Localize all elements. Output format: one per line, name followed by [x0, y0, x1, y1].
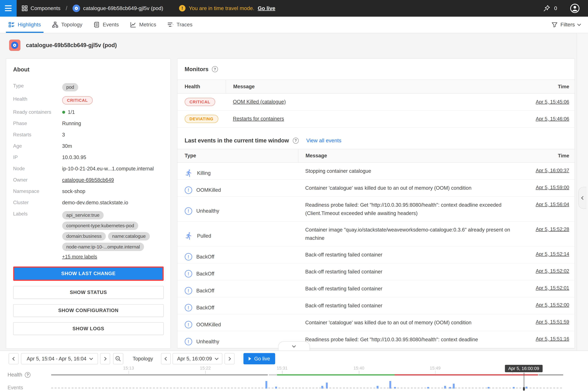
help-icon[interactable]: ? — [25, 372, 30, 378]
event-time-link[interactable]: Apr 5, 15:52:00 — [536, 302, 569, 308]
show-status-button[interactable]: SHOW STATUS — [13, 286, 164, 299]
event-time-link[interactable]: Apr 5, 15:52:14 — [536, 251, 569, 257]
event-row: !OOMKilled Container 'catalogue' was kil… — [178, 180, 574, 197]
event-time-link[interactable]: Apr 5, 15:56:04 — [536, 202, 569, 207]
health-segment — [269, 374, 277, 376]
expand-timeline-button[interactable] — [278, 342, 310, 350]
type-badge: pod — [62, 83, 78, 92]
metrics-icon — [130, 22, 136, 28]
time-marker-line[interactable] — [524, 373, 524, 388]
event-row: !Unhealthy Readiness probe failed: Get "… — [178, 331, 574, 348]
timeline-tick-mark — [435, 371, 436, 374]
help-icon[interactable]: ? — [293, 138, 299, 144]
event-time-link[interactable]: Apr 5, 15:51:59 — [536, 319, 569, 324]
timeline-tick-mark — [359, 371, 359, 374]
monitor-health-badge: CRITICAL — [185, 98, 215, 106]
chevron-down-icon — [292, 344, 296, 348]
monitor-row: DEVIATING Restarts for containers Apr 5,… — [178, 110, 574, 128]
event-time-link[interactable]: Apr 5, 15:51:16 — [536, 336, 569, 342]
event-time-link[interactable]: Apr 5, 15:52:28 — [536, 226, 569, 232]
funnel-icon — [552, 22, 558, 28]
timeline-tick-label: 15:40 — [354, 366, 364, 371]
health-segment — [538, 374, 563, 376]
alert-circle-icon: ! — [185, 253, 192, 260]
tab-traces[interactable]: Traces — [162, 17, 198, 33]
help-icon[interactable]: ? — [212, 66, 218, 72]
app-window: Components / catalogue-69b58cb649-gjl5v … — [0, 0, 588, 392]
event-row: Pulled Container image "quay.io/stacksta… — [178, 222, 574, 246]
show-last-change-button[interactable]: SHOW LAST CHANGE — [13, 266, 164, 281]
main-content: catalogue-69b58cb649-gjl5v (pod) About T… — [0, 33, 588, 350]
pin-count: 0 — [554, 5, 557, 11]
alert-circle-icon: ! — [185, 287, 192, 294]
collapse-right-panel-handle[interactable] — [578, 187, 586, 209]
more-labels-link[interactable]: +15 more labels — [62, 254, 163, 260]
timeline-tick-label: 15:49 — [430, 366, 440, 371]
warning-icon: ! — [179, 5, 186, 12]
top-bar: Components / catalogue-69b58cb649-gjl5v … — [0, 0, 588, 17]
tab-highlights[interactable]: Highlights — [3, 17, 46, 33]
chevron-down-icon — [577, 22, 581, 26]
event-bar — [427, 387, 429, 388]
event-row: !BackOff Back-off restarting failed cont… — [178, 246, 574, 264]
event-time-link[interactable]: Apr 5, 15:52:01 — [536, 285, 569, 291]
time-marker-handle[interactable] — [523, 387, 525, 391]
monitor-message-link[interactable]: Restarts for containers — [233, 116, 284, 122]
monitors-title: Monitors — [185, 66, 208, 72]
time-travel-bar: Apr 5, 15:04 - Apr 5, 16:04 Topology Apr… — [0, 350, 588, 392]
page-header: catalogue-69b58cb649-gjl5v (pod) — [9, 40, 117, 51]
event-row: !OOMKilled Container 'catalogue' was kil… — [178, 314, 574, 331]
grid-icon — [22, 6, 28, 11]
breadcrumb-entity[interactable]: catalogue-69b58cb649-gjl5v (pod) — [72, 4, 163, 12]
events-title: Last events in the current time window — [185, 137, 289, 144]
hamburger-menu-icon[interactable] — [0, 0, 17, 17]
timeline-tick-label: 15:22 — [200, 366, 211, 371]
about-title: About — [13, 66, 164, 73]
label-pill: name:catalogue — [108, 232, 150, 240]
label-pill: node-name:ip-10-...ompute.internal — [62, 243, 144, 251]
go-live-link[interactable]: Go live — [258, 5, 275, 11]
label-pill: domain:business — [62, 232, 106, 240]
monitor-row: CRITICAL OOM Killed (catalogue) Apr 5, 1… — [178, 94, 574, 110]
event-time-link[interactable]: Apr 5, 15:52:02 — [536, 268, 569, 274]
event-bar — [275, 387, 277, 388]
show-configuration-button[interactable]: SHOW CONFIGURATION — [13, 304, 164, 317]
monitor-health-badge: DEVIATING — [185, 115, 218, 123]
filters-button[interactable]: Filters — [552, 17, 588, 33]
monitors-table-header: Health Message Time — [178, 80, 574, 94]
pin-icon[interactable] — [543, 4, 550, 12]
health-timeline-label: Health ? — [8, 372, 30, 378]
chevron-left-icon — [12, 357, 16, 361]
monitor-time-link[interactable]: Apr 5, 15:45:06 — [536, 99, 569, 104]
owner-link[interactable]: catalogue-69b58cb649 — [62, 177, 114, 183]
breadcrumb-components-label: Components — [30, 5, 60, 11]
timeline-tick-label: 15:13 — [123, 366, 134, 371]
timeline-tick-label: 15:31 — [277, 366, 288, 371]
monitor-message-link[interactable]: OOM Killed (catalogue) — [233, 99, 286, 105]
component-type-icon — [9, 40, 20, 51]
health-segment — [395, 374, 538, 376]
monitor-time-link[interactable]: Apr 5, 15:46:06 — [536, 116, 569, 122]
warning-text: You are in time travel mode. — [189, 5, 254, 11]
alert-circle-icon: ! — [185, 186, 192, 194]
event-time-link[interactable]: Apr 5, 15:59:00 — [536, 185, 569, 190]
pod-icon — [72, 4, 80, 12]
event-bar — [326, 382, 328, 388]
range-prev-button[interactable] — [9, 353, 18, 364]
timeline-track[interactable]: 15:1315:2215:3115:4015:49Apr 5, 16:00:09 — [51, 351, 563, 392]
user-avatar[interactable] — [570, 4, 580, 13]
event-bar — [488, 387, 490, 388]
tab-metrics[interactable]: Metrics — [124, 17, 162, 33]
event-time-link[interactable]: Apr 5, 16:00:37 — [536, 168, 569, 173]
view-all-events-link[interactable]: View all events — [306, 138, 341, 144]
events-baseline — [51, 388, 563, 388]
event-row: !BackOff Back-off restarting failed cont… — [178, 264, 574, 280]
chevron-left-icon — [581, 196, 585, 200]
tab-events[interactable]: Events — [88, 17, 124, 33]
event-row: !BackOff Back-off restarting failed cont… — [178, 297, 574, 314]
health-segment — [277, 374, 395, 376]
show-logs-button[interactable]: SHOW LOGS — [13, 322, 164, 335]
tab-topology[interactable]: Topology — [46, 17, 88, 33]
events-icon — [94, 22, 100, 28]
breadcrumb-components[interactable]: Components — [22, 5, 60, 11]
